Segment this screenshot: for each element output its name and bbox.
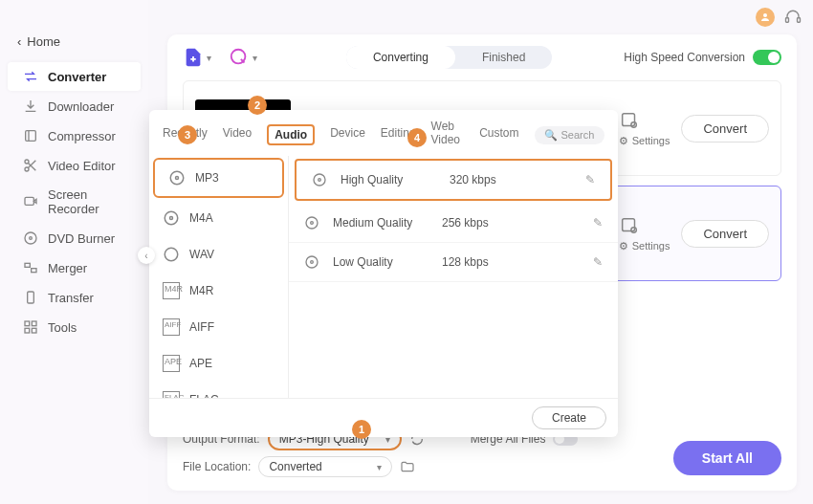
settings-link[interactable]: ⚙Settings — [619, 135, 670, 147]
svg-point-22 — [176, 177, 179, 180]
svg-point-23 — [165, 211, 178, 225]
hsc-toggle[interactable] — [753, 50, 781, 65]
seg-converting[interactable]: Converting — [346, 46, 455, 69]
start-all-button[interactable]: Start All — [673, 441, 781, 475]
sidebar-item-tools[interactable]: Tools — [8, 313, 141, 341]
search-icon: 🔍 — [544, 129, 558, 142]
svg-rect-15 — [32, 328, 36, 333]
seg-finished[interactable]: Finished — [455, 46, 552, 69]
sidebar: ‹ Home Converter Downloader Compressor V… — [0, 0, 148, 504]
svg-point-5 — [25, 167, 29, 171]
format-flac[interactable]: FLACFLAC — [149, 382, 288, 398]
tab-device[interactable]: Device — [330, 126, 365, 143]
svg-point-27 — [319, 179, 321, 182]
file-icon: APE — [163, 355, 180, 372]
svg-point-0 — [763, 13, 767, 17]
svg-point-21 — [170, 171, 184, 185]
folder-icon[interactable] — [400, 459, 415, 474]
sidebar-item-video-editor[interactable]: Video Editor — [8, 151, 141, 180]
sidebar-item-label: Screen Recorder — [48, 187, 125, 216]
chevron-down-icon: ▾ — [377, 462, 382, 472]
svg-point-8 — [30, 237, 33, 240]
edit-icon[interactable]: ✎ — [593, 216, 603, 230]
svg-point-7 — [25, 232, 36, 244]
format-ape[interactable]: APEAPE — [149, 345, 288, 382]
quality-medium[interactable]: Medium Quality256 kbps✎ — [289, 204, 618, 243]
avatar[interactable] — [756, 8, 775, 27]
tab-video[interactable]: Video — [223, 126, 252, 143]
merge-icon — [23, 260, 38, 275]
tab-web-video[interactable]: Web Video — [431, 120, 465, 150]
disc-icon — [312, 172, 327, 187]
svg-point-24 — [170, 217, 173, 220]
scissors-icon — [23, 158, 38, 173]
tab-audio[interactable]: Audio — [267, 124, 315, 145]
disc-icon — [304, 254, 319, 270]
status-segment: Converting Finished — [346, 46, 552, 69]
svg-rect-17 — [622, 113, 634, 125]
sidebar-item-screen-recorder[interactable]: Screen Recorder — [8, 181, 141, 223]
edit-icon[interactable]: ✎ — [593, 255, 603, 269]
svg-rect-2 — [798, 18, 801, 23]
format-aiff[interactable]: AIFFAIFF — [149, 309, 288, 345]
sidebar-item-downloader[interactable]: Downloader — [8, 92, 141, 121]
format-popup: Recently Video Audio Device Editing Web … — [149, 110, 618, 437]
file-location-label: File Location: — [183, 460, 251, 473]
sidebar-item-label: Merger — [48, 261, 87, 275]
convert-button[interactable]: Convert — [681, 220, 769, 248]
sidebar-item-transfer[interactable]: Transfer — [8, 283, 141, 312]
back-home[interactable]: ‹ Home — [0, 29, 148, 55]
sidebar-collapse[interactable]: ‹ — [138, 247, 155, 264]
create-button[interactable]: Create — [532, 406, 606, 429]
grid-icon — [23, 319, 38, 335]
format-mp3[interactable]: MP3 — [153, 158, 284, 198]
svg-point-4 — [25, 160, 29, 164]
svg-rect-9 — [25, 263, 30, 267]
quality-list: High Quality320 kbps✎ Medium Quality256 … — [289, 156, 618, 398]
edit-icon[interactable]: ✎ — [585, 173, 595, 186]
file-location-dropdown[interactable]: Converted▾ — [258, 456, 392, 477]
output-icon[interactable] — [619, 215, 640, 236]
sidebar-item-label: Downloader — [48, 99, 114, 114]
gear-icon: ⚙ — [619, 240, 628, 252]
convert-button[interactable]: Convert — [681, 115, 769, 142]
svg-rect-3 — [26, 131, 36, 142]
quality-low[interactable]: Low Quality128 kbps✎ — [289, 243, 618, 282]
svg-point-25 — [165, 248, 178, 261]
sidebar-item-compressor[interactable]: Compressor — [8, 121, 141, 150]
sidebar-item-label: DVD Burner — [48, 231, 115, 246]
sidebar-item-label: Video Editor — [48, 159, 116, 173]
file-icon: FLAC — [163, 391, 180, 398]
add-file-icon — [183, 47, 204, 68]
svg-point-28 — [306, 217, 318, 229]
svg-point-31 — [311, 261, 314, 264]
format-m4a[interactable]: M4A — [149, 200, 288, 236]
search-input[interactable]: 🔍Search — [535, 126, 604, 144]
sidebar-item-merger[interactable]: Merger — [8, 253, 141, 282]
tab-custom[interactable]: Custom — [479, 126, 518, 143]
transfer-icon — [23, 290, 38, 305]
disc-icon — [23, 230, 38, 246]
svg-rect-12 — [25, 321, 30, 326]
quality-high[interactable]: High Quality320 kbps✎ — [295, 159, 612, 201]
audio-icon — [168, 169, 186, 186]
svg-point-30 — [306, 256, 318, 268]
home-label: Home — [27, 34, 60, 49]
add-file-button[interactable]: ▾ — [183, 47, 211, 68]
support-icon[interactable] — [784, 9, 802, 26]
settings-link[interactable]: ⚙Settings — [619, 240, 670, 252]
format-wav[interactable]: WAV — [149, 236, 288, 273]
sidebar-item-converter[interactable]: Converter — [8, 62, 141, 91]
step-badge-4: 4 — [407, 128, 427, 147]
chevron-down-icon: ▾ — [253, 53, 257, 63]
sidebar-item-dvd-burner[interactable]: DVD Burner — [8, 224, 141, 252]
add-url-icon — [229, 47, 250, 68]
format-m4r[interactable]: M4RM4R — [149, 273, 288, 309]
audio-icon — [163, 246, 180, 263]
add-url-button[interactable]: ▾ — [229, 47, 257, 68]
step-badge-3: 3 — [178, 125, 197, 144]
chevron-left-icon: ‹ — [17, 34, 21, 49]
output-icon[interactable] — [619, 110, 640, 131]
svg-rect-14 — [25, 328, 30, 333]
svg-rect-1 — [786, 18, 789, 23]
